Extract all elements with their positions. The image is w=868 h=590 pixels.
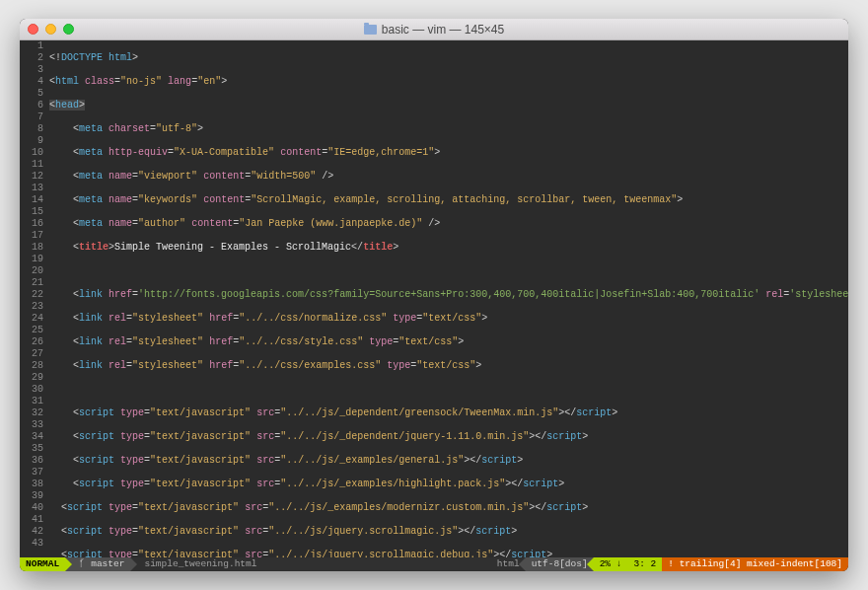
titlebar[interactable]: basic — vim — 145×45 [20, 19, 848, 40]
lint-warning: ! trailing[4] mixed-indent[108] [662, 557, 848, 571]
filename: simple_tweening.html [130, 557, 490, 571]
statusbar: NORMAL master simple_tweening.html html … [20, 557, 848, 571]
folder-icon [364, 25, 377, 35]
window-controls [28, 24, 74, 35]
minimize-icon[interactable] [45, 24, 56, 35]
scroll-percent: 2% ↓ [594, 557, 628, 571]
line-number-gutter: 12345678910 11121314151617181920 2122232… [20, 40, 49, 557]
cursor-position: 3: 2 [627, 557, 662, 571]
terminal-window: basic — vim — 145×45 12345678910 1112131… [20, 19, 848, 571]
vim-mode: NORMAL [20, 557, 65, 571]
maximize-icon[interactable] [63, 24, 74, 35]
branch-name: master [91, 557, 124, 571]
editor-area[interactable]: 12345678910 11121314151617181920 2122232… [20, 40, 848, 557]
window-title-text: basic — vim — 145×45 [382, 23, 504, 37]
window-title: basic — vim — 145×45 [20, 23, 848, 37]
git-branch: master [65, 557, 130, 571]
close-icon[interactable] [28, 24, 38, 35]
encoding: utf-8[dos] [526, 557, 594, 571]
code-content[interactable]: <!DOCTYPE html> <html class="no-js" lang… [49, 40, 848, 557]
branch-icon [79, 559, 87, 569]
